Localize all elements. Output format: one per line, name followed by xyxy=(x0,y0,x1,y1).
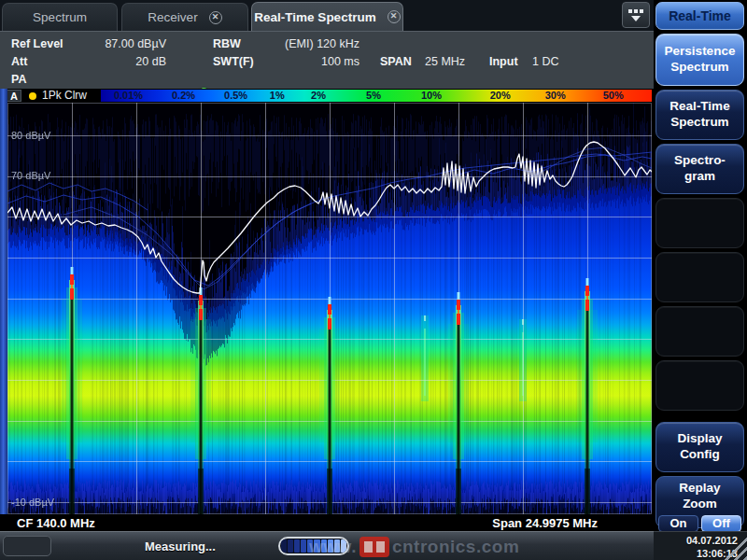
progress-segment xyxy=(294,539,300,553)
softkey-label: gram xyxy=(684,169,715,185)
tab-real-time-spectrum[interactable]: Real-Time Spectrum✕ xyxy=(251,2,403,31)
colorbar-label: 20% xyxy=(490,90,511,102)
watermark-text: cntronics.com xyxy=(392,537,519,557)
colorbar-label: 2% xyxy=(311,90,326,102)
swt-value[interactable]: 100 ms xyxy=(235,55,359,68)
watermark: www. cntronics.com xyxy=(309,535,519,559)
colorbar-label: 0.5% xyxy=(224,90,247,102)
colorbar-label: 0.01% xyxy=(114,90,143,102)
softkey-label: Spectro- xyxy=(674,153,726,169)
softkey-label: Real-Time xyxy=(669,99,729,115)
rbw-value[interactable]: (EMI) 120 kHz xyxy=(235,37,359,50)
softkey-label: Spectrum xyxy=(670,60,728,76)
watermark-logo xyxy=(359,537,389,557)
softkey-displayconfig[interactable]: DisplayConfig xyxy=(655,422,744,472)
progress-segment xyxy=(281,539,287,553)
softkey-label: Display xyxy=(677,431,722,447)
colorbar-label: 1% xyxy=(270,90,285,102)
tab-spectrum[interactable]: Spectrum xyxy=(2,3,118,31)
softkey-label: Spectrum xyxy=(670,115,728,131)
datetime-panel: 04.07.2012 13:06:13 xyxy=(654,531,747,560)
span-readout-value[interactable]: Span 24.9975 MHz xyxy=(492,516,598,530)
persistence-colorbar: 0.01%0.2%0.5%1%2%5%10%20%30%50% xyxy=(101,90,652,102)
center-frequency-value[interactable]: CF 140.0 MHz xyxy=(17,516,95,530)
preamp-label: PA xyxy=(11,73,26,86)
softkey-persistencespectrum[interactable]: PersistenceSpectrum xyxy=(655,34,744,86)
trace-detector-label: 1Pk Clrw xyxy=(42,89,87,103)
softkey-label: Persistence xyxy=(665,44,736,60)
window-label: A xyxy=(7,90,21,102)
tab-bar: SpectrumReceiver✕Real-Time Spectrum✕ xyxy=(0,0,654,31)
colorbar-label: 30% xyxy=(545,90,566,102)
replay-zoom-toggle: OnOff xyxy=(658,515,741,532)
softkey-replayzoom[interactable]: ReplayZoomOnOff xyxy=(655,476,744,528)
softkey-label: Zoom xyxy=(683,497,717,512)
tab-receiver[interactable]: Receiver✕ xyxy=(121,3,248,31)
chevron-down-icon xyxy=(631,16,641,21)
progress-segment xyxy=(288,539,293,553)
softkey-label: Replay xyxy=(679,481,720,497)
active-window-strip xyxy=(0,89,7,514)
window-grid-icon xyxy=(628,9,643,13)
ref-level-value[interactable]: 87.00 dBµV xyxy=(82,37,166,50)
colorbar-label: 5% xyxy=(366,90,381,102)
softkey-realtimespectrum[interactable]: Real-TimeSpectrum xyxy=(655,90,744,140)
span-label: SPAN xyxy=(380,55,412,68)
softkey-empty-5[interactable] xyxy=(655,306,744,357)
trace-colorbar-row: A 1Pk Clrw 0.01%0.2%0.5%1%2%5%10%20%30%5… xyxy=(0,89,654,103)
status-left-panel xyxy=(3,536,51,556)
colorbar-label: 10% xyxy=(421,90,442,102)
watermark-prefix: www. xyxy=(309,537,357,557)
trace-marker-dot-icon xyxy=(29,92,36,100)
close-icon[interactable]: ✕ xyxy=(388,10,401,23)
ref-level-label: Ref Level xyxy=(11,37,63,50)
date-value: 04.07.2012 xyxy=(654,535,738,548)
softkey-empty-3[interactable] xyxy=(655,198,744,248)
spectrum-analyzer-app: SpectrumReceiver✕Real-Time Spectrum✕ Ref… xyxy=(0,0,747,560)
att-value[interactable]: 20 dB xyxy=(82,55,166,68)
close-icon[interactable]: ✕ xyxy=(209,11,222,24)
softkey-empty-6[interactable] xyxy=(655,360,744,411)
colorbar-label: 50% xyxy=(603,90,624,102)
softkey-menu-title: Real-Time xyxy=(655,2,744,30)
input-label: Input xyxy=(489,55,518,68)
display-menu-button[interactable] xyxy=(622,2,650,28)
measuring-status-text: Measuring... xyxy=(145,532,216,560)
settings-header: Ref Level 87.00 dBµV Att 20 dB PA RBW (E… xyxy=(0,31,654,89)
tab-label: Receiver xyxy=(148,10,197,24)
att-label: Att xyxy=(11,55,27,68)
frequency-axis-bar: CF 140.0 MHz Span 24.9975 MHz xyxy=(7,514,652,531)
replay-zoom-on-button[interactable]: On xyxy=(658,515,698,532)
softkey-sidebar: Real-Time PersistenceSpectrumReal-TimeSp… xyxy=(654,0,747,560)
input-value[interactable]: 1 DC xyxy=(532,55,558,68)
tab-label: Spectrum xyxy=(33,10,87,24)
colorbar-label: 0.2% xyxy=(172,90,195,102)
spectrum-display[interactable] xyxy=(7,103,652,514)
softkey-empty-4[interactable] xyxy=(655,252,744,302)
span-value[interactable]: 25 MHz xyxy=(425,55,465,68)
softkey-spectrogram[interactable]: Spectro-gram xyxy=(655,144,744,194)
softkey-label: Config xyxy=(680,447,720,463)
tab-label: Real-Time Spectrum xyxy=(254,10,375,24)
replay-zoom-off-button[interactable]: Off xyxy=(701,515,741,532)
progress-segment xyxy=(301,539,306,553)
status-bar: Measuring... www. cntronics.com xyxy=(0,531,654,560)
